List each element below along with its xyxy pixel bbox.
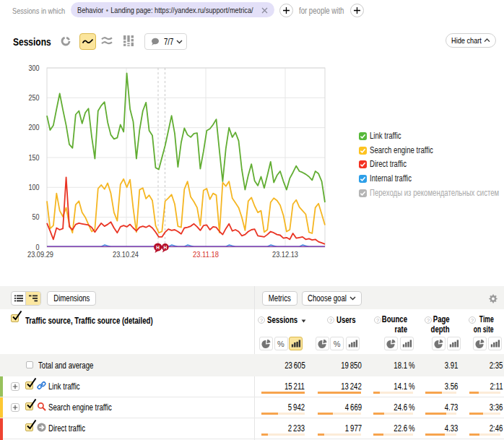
svg-text:200: 200 <box>29 123 40 131</box>
svg-text:150: 150 <box>29 153 40 162</box>
svg-text:23.09.29: 23.09.29 <box>27 250 53 259</box>
svg-text:23.11.18: 23.11.18 <box>193 250 219 259</box>
svg-text:50: 50 <box>32 212 40 221</box>
svg-text:23.10.24: 23.10.24 <box>113 250 139 259</box>
svg-text:250: 250 <box>29 93 40 102</box>
svg-text:23.12.13: 23.12.13 <box>272 250 298 259</box>
svg-text:H: H <box>156 245 160 250</box>
svg-text:100: 100 <box>29 183 40 191</box>
svg-text:H: H <box>163 245 167 250</box>
svg-text:300: 300 <box>29 64 40 72</box>
